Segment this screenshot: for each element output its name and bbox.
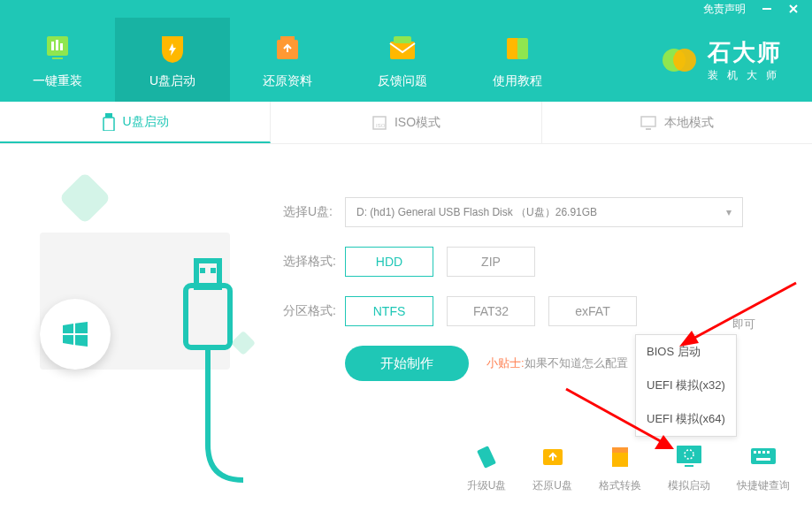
format-option-zip[interactable]: ZIP [447,247,535,277]
hint-text: 如果不知道怎么配置 [525,356,628,370]
svg-rect-34 [762,451,765,454]
usb-select-value: D: (hd1) General USB Flash Disk （U盘）26.9… [356,205,597,220]
nav-label: 一键重装 [33,73,82,89]
usb-cable-icon [150,197,257,489]
main-content: 选择U盘: D: (hd1) General USB Flash Disk （U… [0,144,812,511]
popup-uefi-x32[interactable]: UEFI 模拟(x32) [636,369,736,402]
svg-rect-10 [507,38,519,59]
tool-upgrade-usb[interactable]: 升级U盘 [467,441,507,493]
svg-text:ISO: ISO [376,123,386,128]
nav-restore[interactable]: 还原资料 [230,18,345,102]
simulate-boot-icon [673,441,705,473]
nav-label: 还原资料 [263,73,312,89]
svg-rect-33 [758,451,761,454]
hint-suffix: 即可 [732,317,755,332]
svg-rect-15 [103,118,114,131]
svg-rect-35 [767,451,770,454]
svg-rect-19 [646,128,651,130]
hint: 小贴士:如果不知道怎么配置 [486,355,628,371]
tab-iso[interactable]: ISO ISO模式 [271,102,541,143]
popup-uefi-x64[interactable]: UEFI 模拟(x64) [636,402,736,436]
tool-hotkey-query[interactable]: 快捷键查询 [737,441,790,493]
tab-label: ISO模式 [395,115,440,131]
tool-format-convert[interactable]: 格式转换 [599,441,641,493]
tool-restore-usb[interactable]: 还原U盘 [532,441,572,493]
svg-rect-27 [612,447,628,453]
svg-rect-31 [751,448,776,464]
usb-select-label: 选择U盘: [283,204,345,220]
svg-rect-7 [280,36,295,42]
usb-icon [102,113,116,131]
svg-rect-0 [762,8,771,10]
hint-label: 小贴士: [486,356,525,370]
svg-rect-22 [200,268,205,273]
tool-simulate-boot[interactable]: 模拟启动 [668,441,710,493]
svg-rect-30 [685,465,693,467]
disclaimer-link[interactable]: 免责声明 [703,2,746,17]
svg-rect-2 [51,42,54,50]
partition-option-fat32[interactable]: FAT32 [447,296,535,326]
mode-tabs: U盘启动 ISO ISO模式 本地模式 [0,102,812,144]
svg-rect-28 [677,446,701,463]
usb-shield-icon [155,31,190,66]
nav-label: U盘启动 [149,73,195,89]
popup-bios-boot[interactable]: BIOS 启动 [636,335,736,369]
partition-label: 分区格式: [283,303,345,319]
format-label: 选择格式: [283,254,345,270]
boot-mode-popup: BIOS 启动 UEFI 模拟(x32) UEFI 模拟(x64) [635,334,737,437]
local-icon [640,115,657,131]
main-nav: 一键重装 U盘启动 还原资料 反馈问题 使用教程 石大师 装机大师 [0,18,812,102]
format-option-hdd[interactable]: HDD [345,247,433,277]
start-button[interactable]: 开始制作 [345,346,469,381]
svg-rect-9 [394,36,411,43]
bottom-tools: 升级U盘 还原U盘 格式转换 模拟启动 快捷键查询 [467,441,790,493]
tool-label: 模拟启动 [668,478,710,493]
chevron-down-icon: ▾ [726,206,732,218]
partition-option-ntfs[interactable]: NTFS [345,296,433,326]
svg-rect-23 [211,268,216,273]
brand-title: 石大师 [708,37,785,68]
windows-badge [40,299,111,370]
svg-rect-4 [60,43,63,50]
svg-point-13 [673,49,696,72]
partition-option-exfat[interactable]: exFAT [548,296,637,326]
feedback-icon [385,31,420,66]
nav-reinstall[interactable]: 一键重装 [0,18,115,102]
tab-label: 本地模式 [664,115,714,131]
svg-rect-5 [52,57,63,59]
title-bar: 免责声明 [0,0,812,18]
tab-local[interactable]: 本地模式 [542,102,812,143]
svg-rect-3 [56,40,58,50]
tool-label: 还原U盘 [532,478,572,493]
windows-icon [59,318,91,350]
usb-select-dropdown[interactable]: D: (hd1) General USB Flash Disk （U盘）26.9… [345,197,743,227]
svg-rect-36 [756,458,770,461]
iso-icon: ISO [372,115,387,131]
svg-rect-24 [477,446,496,469]
brand-icon [660,41,699,80]
brand-logo: 石大师 装机大师 [660,18,812,102]
tool-label: 格式转换 [599,478,641,493]
illustration [0,144,265,511]
gear-decoration [58,172,111,224]
minimize-button[interactable] [762,4,772,14]
reinstall-icon [40,31,75,66]
nav-usb-boot[interactable]: U盘启动 [115,18,230,102]
svg-rect-32 [754,451,756,454]
tab-label: U盘启动 [123,114,169,130]
restore-usb-icon [537,441,569,473]
brand-subtitle: 装机大师 [708,68,785,83]
nav-feedback[interactable]: 反馈问题 [345,18,460,102]
svg-rect-11 [517,38,528,59]
svg-rect-18 [641,117,655,126]
tool-label: 升级U盘 [467,478,507,493]
upgrade-usb-icon [471,441,502,473]
close-button[interactable] [788,4,799,14]
nav-label: 使用教程 [493,73,542,89]
tutorial-icon [500,31,535,66]
restore-icon [270,31,305,66]
nav-tutorial[interactable]: 使用教程 [460,18,575,102]
format-convert-icon [604,441,636,473]
tab-usb-boot[interactable]: U盘启动 [0,102,271,143]
nav-label: 反馈问题 [378,73,427,89]
